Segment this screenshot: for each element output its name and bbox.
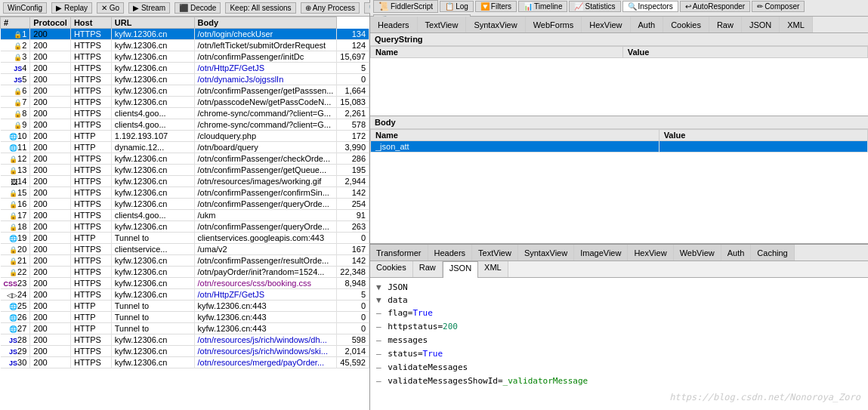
session-id: 🔒7 xyxy=(1,97,30,108)
session-body: 91 xyxy=(337,210,369,221)
json-validatemessages-item: — validateMessages xyxy=(376,361,862,375)
table-row[interactable]: 🔒20 200 HTTPS clientservice... /uma/v2 1… xyxy=(1,244,369,255)
col-header-protocol[interactable]: Protocol xyxy=(30,17,71,29)
composer-btn[interactable]: ✏ Composer xyxy=(752,1,805,12)
keep-btn[interactable]: Keep: All sessions xyxy=(225,2,295,14)
session-body: 8,948 xyxy=(337,278,369,289)
table-row[interactable]: JS30 200 HTTPS kyfw.12306.cn /otn/resour… xyxy=(1,357,369,368)
tab-textview[interactable]: TextView xyxy=(418,17,467,32)
table-row[interactable]: 🔒22 200 HTTPS kyfw.12306.cn /otn/payOrde… xyxy=(1,267,369,278)
timeline-btn[interactable]: 📊 Timeline xyxy=(518,1,567,12)
json-validateshowid-key: validateMessagesShowId= xyxy=(388,376,502,386)
table-row[interactable]: 🔒15 200 HTTPS kyfw.12306.cn /otn/confirm… xyxy=(1,187,369,199)
filters-btn[interactable]: 🔽 Filters xyxy=(475,1,517,12)
table-row[interactable]: 🔒21 200 HTTPS kyfw.12306.cn /otn/confirm… xyxy=(1,255,369,267)
session-protocol: HTTP xyxy=(70,131,111,142)
bottom-sub-tab-bar: Cookies Raw JSON XML xyxy=(370,261,868,278)
table-row[interactable]: 🌐26 200 HTTP Tunnel to kyfw.12306.cn:443… xyxy=(1,312,369,323)
tab-cookies[interactable]: Cookies xyxy=(663,17,709,32)
session-id: 🔒3 xyxy=(1,51,30,63)
btab-transformer[interactable]: Transformer xyxy=(370,245,428,260)
col-header-host[interactable]: Host xyxy=(70,17,111,29)
log-btn[interactable]: 📋 Log xyxy=(440,1,474,12)
tab-webforms[interactable]: WebForms xyxy=(526,17,582,32)
bstab-raw[interactable]: Raw xyxy=(413,261,443,277)
btab-webview[interactable]: WebView xyxy=(674,245,721,260)
process-btn[interactable]: ⊕ Any Process xyxy=(301,2,360,14)
qs-value-col: Value xyxy=(622,47,867,58)
table-row[interactable]: 🔒12 200 HTTPS kyfw.12306.cn /otn/confirm… xyxy=(1,153,369,165)
btab-headers[interactable]: Headers xyxy=(428,245,473,260)
replay-btn[interactable]: ▶ Replay xyxy=(51,2,92,14)
expand-icon[interactable]: ▼ xyxy=(376,282,381,292)
table-row[interactable]: _json_att xyxy=(371,141,868,153)
table-row[interactable]: 🌐25 200 HTTP Tunnel to kyfw.12306.cn:443… xyxy=(1,301,369,312)
session-body: 195 xyxy=(337,165,369,176)
col-header-url[interactable]: URL xyxy=(111,17,194,29)
bstab-xml[interactable]: XML xyxy=(478,261,508,277)
table-row[interactable]: 🔒1 200 HTTPS kyfw.12306.cn /otn/login/ch… xyxy=(1,29,369,40)
expand-data-icon[interactable]: ▼ xyxy=(376,295,381,305)
tab-hexview[interactable]: HexView xyxy=(582,17,630,32)
btab-textview[interactable]: TextView xyxy=(472,245,518,260)
col-header-result[interactable]: # xyxy=(1,17,30,29)
autoresponder-icon: ↩ xyxy=(685,2,691,11)
btab-syntaxview[interactable]: SyntaxView xyxy=(518,245,574,260)
session-protocol: HTTPS xyxy=(70,119,111,131)
session-result: 200 xyxy=(30,244,71,255)
session-body: 5 xyxy=(337,63,369,74)
table-row[interactable]: ◁▷24 200 HTTPS kyfw.12306.cn /otn/HttpZF… xyxy=(1,289,369,301)
session-host: kyfw.12306.cn xyxy=(111,40,194,51)
session-host: kyfw.12306.cn xyxy=(111,267,194,278)
winconfig-btn[interactable]: WinConfig xyxy=(3,2,47,14)
stream-btn[interactable]: ▶ Stream xyxy=(128,2,170,14)
leaf-icon-vm: — xyxy=(376,362,381,372)
session-result: 200 xyxy=(30,255,71,267)
tab-xml[interactable]: XML xyxy=(780,17,813,32)
table-row[interactable]: JS4 200 HTTPS kyfw.12306.cn /otn/HttpZF/… xyxy=(1,63,369,74)
decode-btn[interactable]: ⬛ Decode xyxy=(175,2,221,14)
session-body: 142 xyxy=(337,187,369,199)
table-row[interactable]: 🖼14 200 HTTPS kyfw.12306.cn /otn/resourc… xyxy=(1,176,369,187)
table-row[interactable]: 🔒8 200 HTTPS clients4.goo... /chrome-syn… xyxy=(1,108,369,119)
bstab-json[interactable]: JSON xyxy=(443,261,478,278)
tab-auth[interactable]: Auth xyxy=(631,17,664,32)
table-row[interactable]: JS28 200 HTTPS kyfw.12306.cn /otn/resour… xyxy=(1,334,369,346)
table-row[interactable]: 🔒7 200 HTTPS kyfw.12306.cn /otn/passcode… xyxy=(1,97,369,108)
table-row[interactable]: 🌐27 200 HTTP Tunnel to kyfw.12306.cn:443… xyxy=(1,323,369,334)
tab-raw[interactable]: Raw xyxy=(709,17,742,32)
table-row[interactable]: 🔒6 200 HTTPS kyfw.12306.cn /otn/confirmP… xyxy=(1,85,369,97)
session-host: kyfw.12306.cn xyxy=(111,346,194,357)
btab-imageview[interactable]: ImageView xyxy=(574,245,628,260)
table-row[interactable]: JS29 200 HTTPS kyfw.12306.cn /otn/resour… xyxy=(1,346,369,357)
btab-auth[interactable]: Auth xyxy=(721,245,752,260)
col-header-body[interactable]: Body xyxy=(194,17,337,29)
session-body: 0 xyxy=(337,312,369,323)
table-row[interactable]: 🌐19 200 HTTP Tunnel to clientservices.go… xyxy=(1,233,369,244)
go-btn[interactable]: ✕ Go xyxy=(97,2,124,14)
statistics-btn[interactable]: 📈 Statistics xyxy=(569,1,620,12)
fiddlerscript-btn[interactable]: 📜 FiddlerScript xyxy=(373,0,438,13)
session-url: clientservices.googleapis.com:443 xyxy=(194,233,337,244)
tab-syntaxview[interactable]: SyntaxView xyxy=(466,17,525,32)
table-row[interactable]: 🔒16 200 HTTPS kyfw.12306.cn /otn/confirm… xyxy=(1,199,369,210)
table-row[interactable]: 🌐11 200 HTTP dynamic.12... /otn/board/qu… xyxy=(1,142,369,153)
table-row[interactable]: 🔒18 200 HTTPS kyfw.12306.cn /otn/confirm… xyxy=(1,221,369,233)
table-row[interactable]: 🔒3 200 HTTPS kyfw.12306.cn /otn/confirmP… xyxy=(1,51,369,63)
btab-caching[interactable]: Caching xyxy=(751,245,794,260)
table-row[interactable]: 🔒2 200 HTTPS kyfw.12306.cn /otn/leftTick… xyxy=(1,40,369,51)
tab-headers[interactable]: Headers xyxy=(370,17,418,32)
table-row[interactable]: JS5 200 HTTPS kyfw.12306.cn /otn/dynamic… xyxy=(1,74,369,85)
autoresponder-btn[interactable]: ↩ AutoResponder xyxy=(680,1,751,12)
session-body: 142 xyxy=(337,255,369,267)
bstab-cookies[interactable]: Cookies xyxy=(370,261,413,277)
table-row[interactable]: CSS23 200 HTTPS kyfw.12306.cn /otn/resou… xyxy=(1,278,369,289)
btab-hexview[interactable]: HexView xyxy=(628,245,673,260)
table-row[interactable]: 🔒13 200 HTTPS kyfw.12306.cn /otn/confirm… xyxy=(1,165,369,176)
querystring-content: Name Value xyxy=(370,46,868,116)
inspectors-btn[interactable]: 🔍 Inspectors xyxy=(622,1,678,12)
table-row[interactable]: 🔒9 200 HTTPS clients4.goo... /chrome-syn… xyxy=(1,119,369,131)
table-row[interactable]: 🔒17 200 HTTPS clients4.goo... /ukm 91 xyxy=(1,210,369,221)
table-row[interactable]: 🌐10 200 HTTP 1.192.193.107 /cloudquery.p… xyxy=(1,131,369,142)
tab-json[interactable]: JSON xyxy=(742,17,780,32)
